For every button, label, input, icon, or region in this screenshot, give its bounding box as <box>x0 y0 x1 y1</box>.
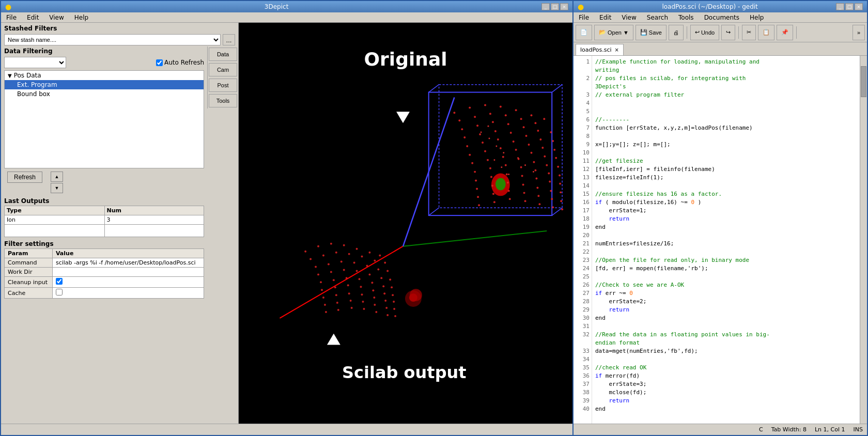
gedit-menu-documents[interactable]: Documents <box>701 12 742 23</box>
undo-btn[interactable]: ↩ Undo <box>690 25 719 40</box>
tab-close-icon[interactable]: × <box>615 47 619 53</box>
undo-icon: ↩ <box>695 29 700 36</box>
paste-btn[interactable]: 📌 <box>777 25 793 40</box>
svg-point-140 <box>382 285 384 287</box>
scrollbar-vertical[interactable] <box>860 56 867 424</box>
code-editor[interactable]: 1 2 3 4 5 6 7 8 9 10 11 12 13 14 15 16 1… <box>574 56 867 424</box>
viewport-3d[interactable]: Original Scilab output <box>239 23 572 424</box>
fs-param-cache: Cache <box>5 288 53 299</box>
svg-point-43 <box>513 141 515 143</box>
cache-checkbox[interactable] <box>56 289 63 295</box>
code-text[interactable]: //Example function for loading, manipula… <box>592 56 860 424</box>
filter-tree[interactable]: ▼ Pos Data Ext. Program Bound box <box>4 70 204 168</box>
new-file-btn[interactable]: 📄 <box>576 25 592 40</box>
svg-point-137 <box>346 277 348 279</box>
titlebar-gedit: ● loadPos.sci (~/Desktop) - gedit _ □ × <box>574 1 867 12</box>
cleanup-checkbox[interactable] <box>56 278 63 285</box>
gedit-tab-loadpos[interactable]: loadPos.sci × <box>576 44 624 55</box>
window-gedit: ● loadPos.sci (~/Desktop) - gedit _ □ × … <box>574 0 868 436</box>
scrollbar-thumb[interactable] <box>861 66 866 97</box>
svg-point-138 <box>359 278 361 280</box>
svg-point-15 <box>484 104 486 106</box>
svg-point-168 <box>386 314 389 316</box>
svg-point-108 <box>317 245 319 247</box>
svg-point-155 <box>393 301 395 303</box>
gedit-menu-file[interactable]: File <box>576 12 592 23</box>
gedit-close-btn[interactable]: × <box>855 3 863 10</box>
last-outputs-section: Last Outputs Type Num Ion <box>1 195 207 238</box>
svg-point-74 <box>559 182 561 184</box>
svg-point-99 <box>493 159 495 161</box>
tab-cam[interactable]: Cam <box>209 63 237 76</box>
fs-row-cleanup: Cleanup input <box>5 277 204 288</box>
svg-point-107 <box>304 251 306 253</box>
cut-btn[interactable]: ✂ <box>742 25 756 40</box>
filter-type-select[interactable] <box>4 57 66 68</box>
gedit-tab-width[interactable]: Tab Width: 8 <box>771 426 807 433</box>
label-original: Original <box>364 49 447 70</box>
fs-row-workdir: Work Dir <box>5 268 204 277</box>
stash-btn[interactable]: ... <box>223 34 235 45</box>
svg-point-112 <box>368 252 370 254</box>
gedit-position[interactable]: Ln 1, Col 1 <box>815 426 845 433</box>
tree-item-posdata[interactable]: ▼ Pos Data <box>5 71 204 80</box>
tree-item-boundbox[interactable]: Bound box <box>5 89 204 99</box>
menu-help[interactable]: Help <box>71 12 91 23</box>
menubar-3depict: File Edit View Help <box>1 12 572 23</box>
svg-point-83 <box>492 193 494 195</box>
copy-btn[interactable]: 📋 <box>758 25 774 40</box>
gedit-menu-search[interactable]: Search <box>644 12 671 23</box>
move-down-btn[interactable]: ▼ <box>51 183 63 193</box>
svg-point-152 <box>361 293 363 295</box>
maximize-btn[interactable]: □ <box>551 3 559 10</box>
auto-refresh-checkbox[interactable] <box>156 59 163 66</box>
gedit-menu-help[interactable]: Help <box>747 12 767 23</box>
save-btn[interactable]: 💾 Save <box>636 25 667 40</box>
gedit-menu-edit[interactable]: Edit <box>596 12 614 23</box>
fs-col-value: Value <box>52 249 204 258</box>
close-btn[interactable]: × <box>560 3 568 10</box>
redo-btn[interactable]: ↪ <box>721 25 735 40</box>
move-up-btn[interactable]: ▲ <box>51 172 63 182</box>
tab-post[interactable]: Post <box>209 79 237 92</box>
tab-tools[interactable]: Tools <box>209 94 237 107</box>
svg-point-116 <box>335 252 337 254</box>
tree-item-extprogram[interactable]: Ext. Program <box>5 80 204 89</box>
window-controls-3depict[interactable]: _ □ × <box>541 3 568 10</box>
gedit-menu-tools[interactable]: Tools <box>675 12 697 23</box>
gedit-minimize-btn[interactable]: _ <box>836 3 844 10</box>
filtering-tabs-area: Data Filtering Auto Refresh <box>1 46 238 300</box>
minimize-btn[interactable]: _ <box>541 3 550 10</box>
refresh-button[interactable]: Refresh <box>7 172 42 183</box>
tab-data[interactable]: Data <box>209 48 237 61</box>
print-btn[interactable]: 🖨 <box>669 25 684 40</box>
label-scilab: Scilab output <box>342 363 467 382</box>
svg-point-68 <box>475 180 477 182</box>
svg-point-164 <box>337 309 339 311</box>
menu-edit[interactable]: Edit <box>24 12 42 23</box>
tree-label-boundbox: Bound box <box>17 90 50 98</box>
svg-point-40 <box>466 145 468 147</box>
menu-view[interactable]: View <box>46 12 67 23</box>
svg-point-9 <box>491 174 510 196</box>
fs-value-cache[interactable] <box>52 288 204 299</box>
fs-value-workdir[interactable] <box>52 268 204 277</box>
menu-file[interactable]: File <box>3 12 20 23</box>
window-controls-gedit[interactable]: _ □ × <box>836 3 863 10</box>
svg-point-33 <box>463 136 466 138</box>
stash-select[interactable]: New stash name.... <box>4 34 221 45</box>
fs-value-command[interactable]: scilab -args %i -f /home/user/Desktop/lo… <box>52 258 204 268</box>
svg-point-42 <box>497 138 499 141</box>
open-btn[interactable]: 📂 Open ▼ <box>594 25 633 40</box>
gedit-menu-view[interactable]: View <box>618 12 639 23</box>
svg-line-2 <box>403 98 454 246</box>
svg-point-121 <box>315 266 317 268</box>
fs-value-cleanup[interactable] <box>52 277 204 288</box>
save-label: Save <box>649 29 662 36</box>
svg-point-150 <box>335 294 337 296</box>
lo-num-3: 3 <box>104 215 204 225</box>
svg-point-118 <box>361 256 363 258</box>
gedit-extra-btn[interactable]: » <box>853 25 865 40</box>
gedit-language[interactable]: C <box>759 426 763 433</box>
gedit-maximize-btn[interactable]: □ <box>845 3 854 10</box>
